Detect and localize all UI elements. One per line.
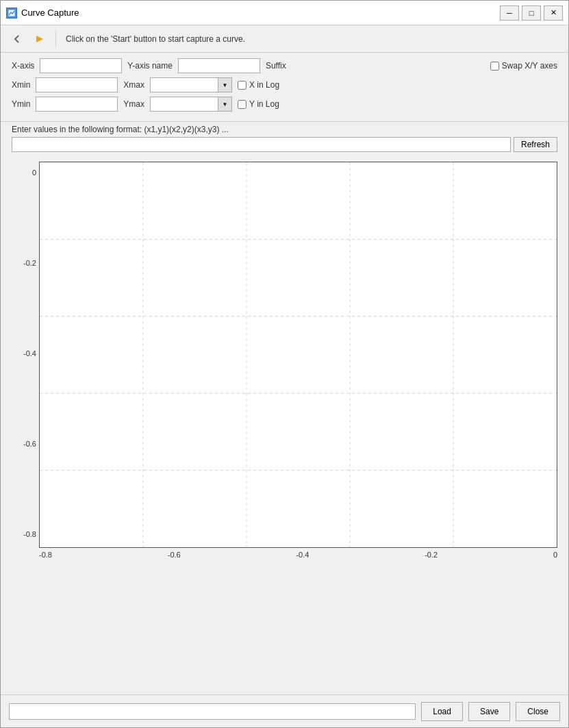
back-icon (12, 34, 22, 44)
value-entry-area: Enter values in the following format: (x… (1, 122, 568, 156)
swap-xy-label: Swap X/Y axes (502, 61, 557, 71)
x-axis-labels: -0.8 -0.6 -0.4 -0.2 0 (39, 548, 557, 559)
y-label-04: -0.4 (23, 349, 36, 357)
x-label-0: 0 (553, 551, 557, 559)
forward-button[interactable] (29, 29, 51, 49)
chart-plot[interactable] (39, 162, 557, 548)
value-input[interactable] (12, 137, 511, 152)
chart-container: 0 -0.2 -0.4 -0.6 -0.8 (1, 156, 568, 694)
ymax-input[interactable] (150, 97, 218, 112)
ylog-checkbox[interactable] (238, 100, 246, 109)
window-controls: ─ □ ✕ (500, 5, 563, 21)
y-label-02: -0.2 (23, 259, 36, 267)
refresh-button[interactable]: Refresh (514, 137, 557, 152)
xlog-group: X in Log (238, 80, 279, 90)
x-label-02: -0.2 (425, 551, 438, 559)
ymax-dropdown-btn[interactable]: ▼ (218, 97, 232, 112)
x-label-04: -0.4 (296, 551, 309, 559)
toolbar-message: Click on the 'Start' button to start cap… (60, 34, 563, 44)
form-row-3: Ymin Ymax ▼ Y in Log (12, 97, 557, 112)
form-area: X-axis Y-axis name Suffix Swap X/Y axes … (1, 53, 568, 122)
y-axis-labels: 0 -0.2 -0.4 -0.6 -0.8 (12, 162, 39, 559)
toolbar-separator (55, 31, 56, 47)
window-title: Curve Capture (21, 8, 500, 18)
suffix-label: Suffix (266, 61, 286, 71)
chart-grid-svg (40, 162, 557, 547)
ymin-label: Ymin (12, 99, 30, 109)
xmax-input[interactable] (150, 77, 218, 92)
swap-xy-group: Swap X/Y axes (490, 61, 557, 71)
svg-marker-1 (36, 36, 43, 42)
close-button[interactable]: ✕ (544, 5, 563, 21)
ylog-group: Y in Log (238, 99, 279, 109)
chart-outer: 0 -0.2 -0.4 -0.6 -0.8 (12, 162, 557, 559)
xlog-label: X in Log (249, 80, 279, 90)
yaxis-label: Y-axis name (127, 61, 173, 71)
xaxis-label: X-axis (12, 61, 34, 71)
x-label-08: -0.8 (39, 551, 52, 559)
footer-input[interactable] (9, 703, 416, 720)
form-row-2: Xmin Xmax ▼ X in Log (12, 77, 557, 92)
xmax-label: Xmax (123, 80, 144, 90)
ymax-dropdown-wrapper: ▼ (150, 97, 232, 112)
y-label-06: -0.6 (23, 440, 36, 448)
xlog-checkbox[interactable] (238, 81, 246, 90)
xmax-dropdown-wrapper: ▼ (150, 77, 232, 92)
yaxis-input[interactable] (178, 58, 260, 73)
back-button[interactable] (6, 29, 28, 49)
xmin-label: Xmin (12, 80, 30, 90)
minimize-button[interactable]: ─ (500, 5, 519, 21)
forward-icon (35, 34, 46, 45)
ymax-label: Ymax (123, 99, 144, 109)
maximize-button[interactable]: □ (522, 5, 541, 21)
value-hint: Enter values in the following format: (x… (12, 125, 557, 134)
xmin-input[interactable] (36, 77, 118, 92)
app-icon (6, 8, 17, 18)
form-row-1: X-axis Y-axis name Suffix Swap X/Y axes (12, 58, 557, 73)
value-row: Refresh (12, 137, 557, 152)
close-button-footer[interactable]: Close (516, 702, 560, 721)
load-button[interactable]: Load (421, 702, 463, 721)
xaxis-input[interactable] (40, 58, 122, 73)
chart-main: -0.8 -0.6 -0.4 -0.2 0 (39, 162, 557, 559)
save-button[interactable]: Save (468, 702, 510, 721)
xmax-dropdown-btn[interactable]: ▼ (218, 77, 232, 92)
title-bar: Curve Capture ─ □ ✕ (1, 1, 568, 25)
main-window: Curve Capture ─ □ ✕ Click on the 'Start'… (0, 0, 569, 728)
swap-xy-checkbox[interactable] (490, 62, 499, 71)
ymin-input[interactable] (36, 97, 118, 112)
y-label-08: -0.8 (23, 530, 36, 538)
y-label-0: 0 (32, 168, 36, 177)
ylog-label: Y in Log (249, 99, 279, 109)
footer-area: Load Save Close (1, 694, 568, 727)
toolbar: Click on the 'Start' button to start cap… (1, 25, 568, 53)
x-label-06: -0.6 (168, 551, 181, 559)
